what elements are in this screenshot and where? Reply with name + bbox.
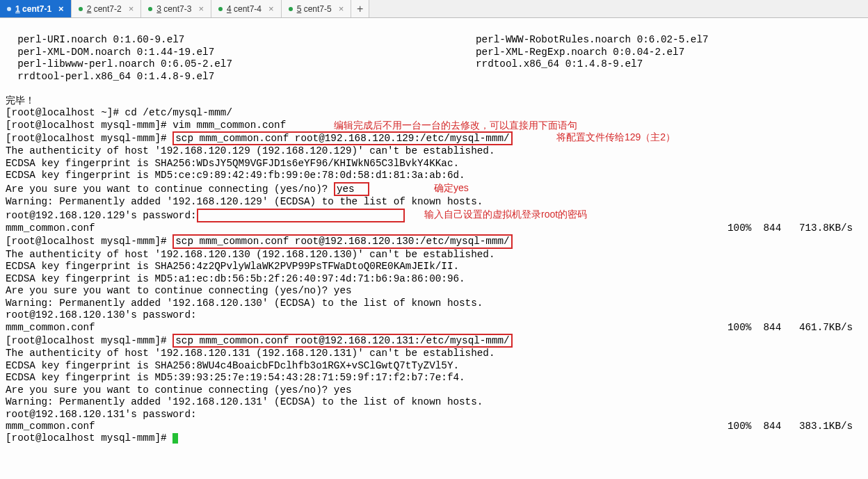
scp-command-2: scp mmm_common.conf root@192.168.120.130… (172, 234, 512, 248)
transfer-file: mmm_common.conf (6, 421, 95, 432)
close-icon[interactable]: × (129, 3, 134, 14)
tab-cent7-1[interactable]: 1 cent7-1 × (0, 0, 72, 17)
pkg-line: perl-libwww-perl.noarch 0:6.05-2.el7 (6, 58, 232, 70)
dirty-indicator-icon (79, 7, 83, 11)
pkg-line: perl-URI.noarch 0:1.60-9.el7 (6, 34, 184, 45)
password-prompt: root@192.168.120.131's password: (6, 409, 197, 420)
output-line: The authenticity of host '192.168.120.12… (6, 145, 495, 156)
output-line: Warning: Permanently added '192.168.120.… (6, 298, 483, 309)
output-line: ECDSA key fingerprint is MD5:ce:c9:89:42… (6, 170, 465, 181)
plus-icon: + (357, 3, 363, 15)
output-line: Warning: Permanently added '192.168.120.… (6, 396, 483, 407)
tab-hotkey: 2 (87, 4, 92, 14)
pkg-line: perl-WWW-RobotRules.noarch 0:6.02-5.el7 (476, 34, 709, 46)
output-line: ECDSA key fingerprint is SHA256:8WU4c4Bo… (6, 360, 459, 371)
transfer-stats: 100% 844 461.7KB/s (728, 322, 853, 334)
output-line: ECDSA key fingerprint is MD5:39:93:25:7e… (6, 372, 465, 383)
annotation-edit-hint: 编辑完成后不用一台一台的去修改，可以直接用下面语句 (334, 120, 577, 131)
confirm-yes: yes (334, 182, 369, 196)
output-line: Warning: Permanently added '192.168.120.… (6, 196, 483, 207)
tab-bar: 1 cent7-1 × 2 cent7-2 × 3 cent7-3 × 4 ce… (0, 0, 868, 18)
close-icon[interactable]: × (339, 3, 344, 14)
tab-label: cent7-5 (304, 4, 332, 14)
pkg-line: perl-XML-RegExp.noarch 0:0.04-2.el7 (476, 47, 684, 58)
done-text: 完毕！ (6, 95, 35, 106)
pkg-line: rrdtool-perl.x86_64 0:1.4.8-9.el7 (6, 71, 214, 82)
close-icon[interactable]: × (198, 3, 204, 14)
output-line: The authenticity of host '192.168.120.13… (6, 348, 495, 359)
pkg-line: perl-XML-DOM.noarch 0:1.44-19.el7 (6, 47, 214, 58)
tab-label: cent7-1 (22, 4, 51, 14)
output-line: ECDSA key fingerprint is MD5:a1:ec:db:56… (6, 273, 465, 284)
transfer-file: mmm_common.conf (6, 222, 95, 234)
tab-hotkey: 1 (15, 4, 20, 14)
tab-hotkey: 3 (156, 4, 161, 14)
tab-label: cent7-2 (94, 4, 122, 14)
dirty-indicator-icon (218, 7, 223, 11)
prompt: [root@localhost mysql-mmm]# (6, 432, 172, 444)
new-tab-button[interactable]: + (351, 0, 369, 17)
terminal[interactable]: perl-URI.noarch 0:1.60-9.el7perl-WWW-Rob… (0, 18, 868, 452)
tab-cent7-5[interactable]: 5 cent7-5 × (282, 0, 352, 17)
tab-label: cent7-4 (234, 4, 262, 14)
prompt: [root@localhost mysql-mmm]# (6, 120, 172, 131)
tab-cent7-3[interactable]: 3 cent7-3 × (141, 0, 211, 17)
cmd-cd: cd /etc/mysql-mmm/ (125, 107, 232, 118)
scp-command-3: scp mmm_common.conf root@192.168.120.131… (172, 334, 512, 348)
tab-cent7-4[interactable]: 4 cent7-4 × (211, 0, 282, 17)
tab-hotkey: 5 (297, 4, 302, 14)
prompt: [root@localhost ~]# (6, 107, 125, 118)
output-line: ECDSA key fingerprint is SHA256:WDsJY5QM… (6, 158, 459, 169)
cmd-vim: vim mmm_common.conf (172, 120, 286, 131)
pkg-line: rrdtool.x86_64 0:1.4.8-9.el7 (476, 58, 643, 70)
dirty-indicator-icon (7, 7, 11, 11)
prompt: [root@localhost mysql-mmm]# (6, 335, 172, 346)
password-prompt: root@192.168.120.130's password: (6, 309, 197, 320)
transfer-stats: 100% 844 383.1KB/s (728, 421, 853, 432)
password-input-box (197, 209, 405, 222)
scp-command-1: scp mmm_common.conf root@192.168.120.129… (172, 131, 512, 145)
transfer-stats: 100% 844 713.8KB/s (728, 222, 853, 234)
tab-hotkey: 4 (227, 4, 232, 14)
dirty-indicator-icon (148, 7, 152, 11)
annotation-password: 输入自己设置的虚拟机登录root的密码 (424, 209, 587, 220)
prompt: [root@localhost mysql-mmm]# (6, 236, 172, 247)
output-line: Are you sure you want to continue connec… (6, 384, 352, 396)
close-icon[interactable]: × (58, 3, 64, 14)
cursor-icon (172, 433, 178, 444)
confirm-prompt: Are you sure you want to continue connec… (6, 184, 334, 195)
annotation-yes: 确定yes (434, 182, 469, 194)
password-prompt: root@192.168.120.129's password: (6, 210, 197, 221)
annotation-copy-129: 将配置文件传给129（主2） (556, 131, 675, 143)
output-line: ECDSA key fingerprint is SHA256:4z2QPvly… (6, 261, 459, 272)
dirty-indicator-icon (289, 7, 293, 11)
transfer-file: mmm_common.conf (6, 322, 95, 333)
tab-cent7-2[interactable]: 2 cent7-2 × (72, 0, 142, 17)
close-icon[interactable]: × (268, 3, 274, 14)
prompt: [root@localhost mysql-mmm]# (6, 133, 172, 144)
tab-label: cent7-3 (163, 4, 191, 14)
output-line: The authenticity of host '192.168.120.13… (6, 249, 495, 260)
output-line: Are you sure you want to continue connec… (6, 285, 352, 296)
